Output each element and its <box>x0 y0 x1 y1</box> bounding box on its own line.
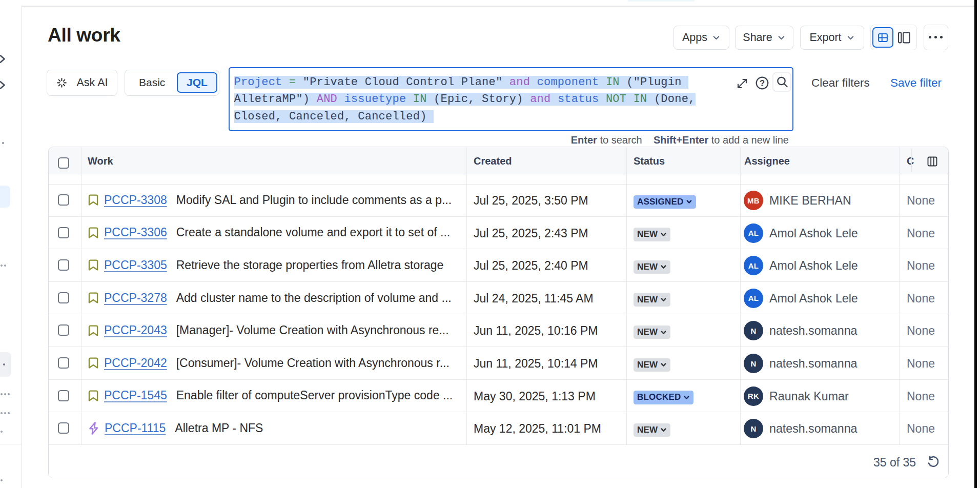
svg-text:?: ? <box>760 78 765 88</box>
